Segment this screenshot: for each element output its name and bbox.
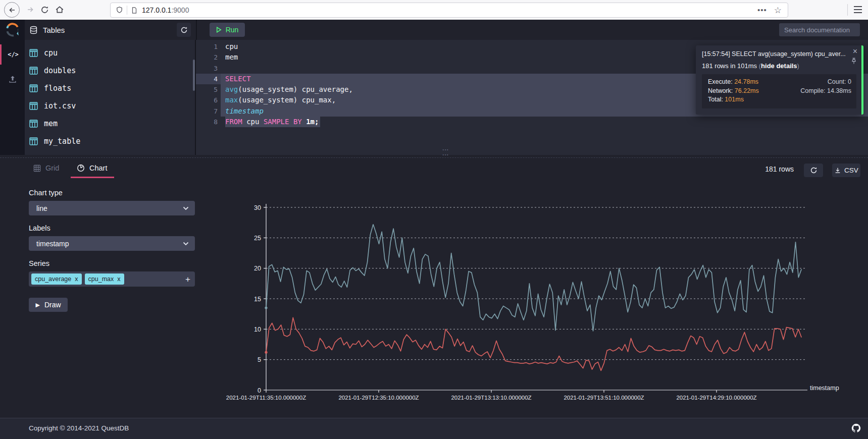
browser-back-button[interactable] (4, 2, 20, 18)
copyright-text: Copyright © 2014-2021 QuestDB (29, 424, 129, 432)
remove-series-icon[interactable]: x (117, 276, 120, 283)
chart-tab-label: Chart (89, 164, 107, 172)
questdb-logo[interactable] (0, 20, 25, 40)
table-icon (29, 137, 38, 145)
series-chip[interactable]: cpu_averagex (31, 273, 82, 285)
tab-chart[interactable]: Chart (77, 164, 107, 172)
notification-summary: 181 rows in 101ms (hide details) (702, 62, 856, 70)
grid-icon (33, 164, 41, 172)
tab-grid[interactable]: Grid (33, 164, 59, 172)
table-list-item[interactable]: doubles (25, 62, 195, 79)
draw-button[interactable]: ▶ Draw (29, 298, 68, 312)
play-icon (216, 27, 222, 33)
series-input[interactable]: cpu_averagexcpu_maxx + (29, 271, 195, 287)
hide-details-link[interactable]: hide details (761, 62, 797, 70)
series-chips: cpu_averagexcpu_maxx (31, 273, 124, 285)
bookmark-star-icon[interactable]: ☆ (774, 5, 782, 16)
chrome-divider (847, 4, 848, 16)
csv-download-button[interactable]: CSV (832, 163, 860, 177)
svg-text:30: 30 (254, 204, 261, 211)
github-icon[interactable] (851, 423, 861, 435)
table-name: my_table (44, 137, 80, 146)
chevron-down-icon (183, 206, 189, 210)
table-list-item[interactable]: iot.csv (25, 97, 195, 115)
search-documentation-input[interactable]: Search documentation (779, 23, 860, 36)
tables-title: Tables (43, 26, 65, 34)
stat-right-value (784, 95, 851, 104)
table-name: floats (44, 84, 71, 93)
results-toolbar: Grid Chart 181 rows CSV (0, 157, 868, 179)
database-icon (29, 26, 38, 34)
svg-text:2021-01-29T13:51:10.000000Z: 2021-01-29T13:51:10.000000Z (564, 395, 644, 401)
questdb-logo-icon (5, 22, 20, 37)
pin-icon[interactable] (851, 58, 857, 67)
url-separator (127, 6, 127, 15)
line-number: 4 (196, 74, 221, 84)
svg-text:0: 0 (258, 387, 261, 394)
table-name: mem (44, 119, 58, 128)
results-refresh-button[interactable] (804, 163, 823, 177)
notification-title: [15:57:54] SELECT avg(usage_system) cpu_… (702, 50, 847, 58)
table-list-item[interactable]: floats (25, 79, 195, 97)
editor-line[interactable]: 8FROM cpu SAMPLE BY 1m; (196, 117, 868, 127)
series-chip[interactable]: cpu_maxx (85, 273, 124, 285)
add-series-button[interactable]: + (185, 275, 190, 284)
page-actions-icon[interactable]: ••• (757, 8, 767, 13)
url-text: 127.0.0.1:9000 (142, 6, 757, 14)
line-number: 3 (196, 63, 221, 74)
browser-home-button[interactable] (53, 3, 67, 17)
line-number: 7 (196, 106, 221, 117)
home-icon (55, 5, 64, 14)
run-button[interactable]: Run (210, 23, 245, 37)
table-name: doubles (44, 66, 76, 75)
run-label: Run (226, 26, 239, 34)
rail-console-tab[interactable]: </> (0, 44, 25, 65)
close-icon[interactable]: × (853, 47, 857, 56)
tables-scrollbar[interactable] (193, 60, 195, 91)
back-arrow-icon (8, 6, 16, 14)
tables-refresh-button[interactable] (177, 23, 191, 37)
table-icon (29, 67, 38, 75)
labels-select[interactable]: timestamp (29, 236, 195, 251)
table-icon (29, 120, 38, 128)
search-placeholder: Search documentation (784, 26, 850, 34)
stat-label-value: Network: 76.22ms (708, 87, 784, 96)
table-icon (29, 84, 38, 92)
stat-right-value: Compile: 14.38ms (784, 87, 851, 96)
url-bar[interactable]: 127.0.0.1:9000 ••• ☆ (110, 3, 788, 18)
svg-text:2021-01-29T14:29:10.000000Z: 2021-01-29T14:29:10.000000Z (676, 395, 756, 401)
table-list-item[interactable]: my_table (25, 132, 195, 150)
editor-results-splitter[interactable]: ⋮⋮ (443, 147, 448, 157)
svg-text:2021-01-29T12:35:10.000000Z: 2021-01-29T12:35:10.000000Z (338, 395, 419, 401)
svg-text:10: 10 (254, 326, 261, 333)
series-label: Series (29, 259, 49, 267)
table-list-item[interactable]: cpu (25, 44, 195, 62)
svg-text:2021-01-29T11:35:10.000000Z: 2021-01-29T11:35:10.000000Z (226, 395, 306, 401)
rail-import-tab[interactable] (0, 71, 25, 88)
x-axis-title: timestamp (810, 385, 839, 392)
svg-text:20: 20 (254, 265, 261, 272)
svg-text:2021-01-29T13:13:10.000000Z: 2021-01-29T13:13:10.000000Z (451, 395, 531, 401)
forward-arrow-icon (26, 6, 34, 14)
refresh-icon (180, 26, 188, 34)
line-number: 1 (196, 41, 221, 52)
grid-tab-label: Grid (45, 164, 59, 172)
line-chart[interactable]: 0510152025302021-01-29T11:35:10.000000Z2… (217, 182, 868, 409)
labels-label: Labels (29, 224, 50, 232)
tables-panel: cpudoublesfloatsiot.csvmemmy_table (25, 40, 196, 155)
refresh-icon (40, 6, 49, 14)
table-list-item[interactable]: mem (25, 115, 195, 132)
remove-series-icon[interactable]: x (75, 276, 78, 283)
stat-right-value: Count: 0 (784, 78, 851, 87)
browser-menu-icon[interactable] (854, 6, 862, 7)
chart-type-select[interactable]: line (29, 201, 195, 215)
notification-stats: Execute: 24.78msCount: 0Network: 76.22ms… (702, 74, 856, 108)
browser-chrome: 127.0.0.1:9000 ••• ☆ (0, 0, 868, 20)
svg-text:15: 15 (254, 296, 261, 303)
browser-refresh-button[interactable] (37, 3, 52, 17)
download-icon (834, 167, 841, 174)
tables-panel-header: Tables (25, 20, 197, 40)
stat-label-value: Execute: 24.78ms (708, 78, 784, 87)
pie-chart-icon (77, 164, 85, 172)
browser-forward-button[interactable] (23, 3, 37, 17)
